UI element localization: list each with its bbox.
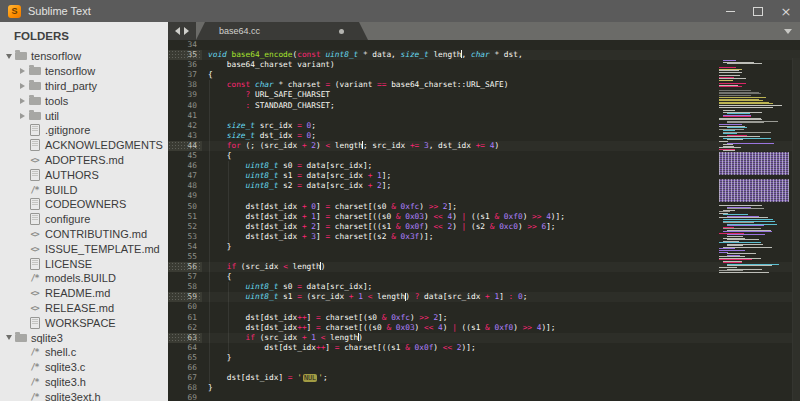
- sidebar-item-tools[interactable]: tools: [0, 93, 168, 108]
- chevron-down-icon[interactable]: [6, 54, 12, 59]
- code-line[interactable]: 34: [168, 40, 800, 50]
- code-line[interactable]: 60: [168, 302, 800, 312]
- sidebar-item-label: models.BUILD: [45, 272, 116, 284]
- sidebar-item-tensorflow[interactable]: tensorflow: [0, 49, 168, 64]
- minimap[interactable]: [717, 58, 793, 401]
- minimap-line: [719, 86, 742, 87]
- code-line[interactable]: 35void base64_encode(const uint8_t * dat…: [168, 50, 800, 60]
- code-text: {: [202, 151, 800, 161]
- code-line[interactable]: 53 dst[dst_idx + 3] = charset[(s2 & 0x3f…: [168, 232, 800, 242]
- window-controls: ×: [716, 0, 800, 22]
- sidebar-item-tensorflow[interactable]: tensorflow: [0, 64, 168, 79]
- sidebar-item-license[interactable]: LICENSE: [0, 256, 168, 271]
- tab-scroll-controls: [168, 22, 196, 40]
- line-number: 37: [168, 70, 202, 80]
- chevron-right-icon[interactable]: [20, 83, 25, 89]
- line-number: 53: [168, 232, 202, 242]
- code-line[interactable]: 65 }: [168, 353, 800, 363]
- code-line[interactable]: 63 if (src_idx + 1 < length): [168, 333, 800, 343]
- tab-base64cc[interactable]: base64.cc: [196, 22, 368, 40]
- sidebar-item-acknowledgments[interactable]: ACKNOWLEDGMENTS: [0, 138, 168, 153]
- sidebar-item-sqlite3ext-h[interactable]: /*sqlite3ext.h: [0, 389, 168, 401]
- sidebar-item-build[interactable]: /*BUILD: [0, 182, 168, 197]
- code-line[interactable]: 62 dst[dst_idx++] = charset[((s0 & 0x03)…: [168, 323, 800, 333]
- close-button[interactable]: ×: [772, 0, 800, 22]
- code-line[interactable]: 58 uint8_t s0 = data[src_idx];: [168, 282, 800, 292]
- indent-guide: [228, 161, 229, 242]
- chevron-right-icon[interactable]: [20, 113, 25, 119]
- sidebar-item-shell-c[interactable]: /*shell.c: [0, 345, 168, 360]
- vertical-scrollbar[interactable]: [792, 58, 800, 401]
- code-line[interactable]: 41: [168, 111, 800, 121]
- sidebar-item-codeowners[interactable]: CODEOWNERS: [0, 197, 168, 212]
- sidebar-item-label: CONTRIBUTING.md: [45, 228, 147, 240]
- code-line[interactable]: 54 }: [168, 242, 800, 252]
- tab-overflow-menu-icon[interactable]: [784, 29, 792, 34]
- code-line[interactable]: 64 dst[dst_idx++] = charset[((s1 & 0x0f)…: [168, 343, 800, 353]
- sidebar-item-sqlite3-h[interactable]: /*sqlite3.h: [0, 375, 168, 390]
- sidebar-item--gitignore[interactable]: .gitignore: [0, 123, 168, 138]
- minimap-line: [719, 107, 773, 108]
- code-line[interactable]: 47 uint8_t s1 = data[src_idx + 1];: [168, 171, 800, 181]
- code-line[interactable]: 68}: [168, 383, 800, 393]
- sidebar-item-label: LICENSE: [45, 258, 92, 270]
- code-line[interactable]: 39 ? URL_SAFE_CHARSET: [168, 90, 800, 100]
- sidebar-item-workspace[interactable]: WORKSPACE: [0, 315, 168, 330]
- sidebar-item-readme-md[interactable]: <>README.md: [0, 286, 168, 301]
- sidebar-item-util[interactable]: util: [0, 108, 168, 123]
- sidebar-item-sqlite3[interactable]: sqlite3: [0, 330, 168, 345]
- sidebar-item-label: sqlite3.c: [45, 361, 85, 373]
- sidebar-item-contributing-md[interactable]: <>CONTRIBUTING.md: [0, 227, 168, 242]
- folder-open-icon: [14, 334, 27, 342]
- code-line[interactable]: 67 dst[dst_idx] = 'NUL';: [168, 373, 800, 383]
- sidebar-item-label: tensorflow: [31, 50, 81, 62]
- code-text: uint8_t s0 = data[src_idx];: [202, 282, 800, 292]
- maximize-button[interactable]: [744, 0, 772, 22]
- file-icon: [28, 169, 41, 181]
- side-bar: FOLDERS tensorflowtensorflowthird_partyt…: [0, 22, 168, 401]
- line-number: 34: [168, 40, 202, 50]
- code-line[interactable]: 66: [168, 363, 800, 373]
- tab-scroll-right-icon[interactable]: [184, 27, 189, 35]
- sidebar-item-authors[interactable]: AUTHORS: [0, 167, 168, 182]
- code-line[interactable]: 59 uint8_t s1 = (src_idx + 1 < length) ?…: [168, 292, 800, 302]
- code-line[interactable]: 48 uint8_t s2 = data[src_idx + 2];: [168, 181, 800, 191]
- sidebar-item-release-md[interactable]: <>RELEASE.md: [0, 301, 168, 316]
- code-line[interactable]: 36 base64_charset variant): [168, 60, 800, 70]
- code-line[interactable]: 69: [168, 393, 800, 401]
- chevron-right-icon[interactable]: [20, 98, 25, 104]
- chevron-down-icon[interactable]: [6, 335, 12, 340]
- sidebar-item-third-party[interactable]: third_party: [0, 79, 168, 94]
- code-line[interactable]: 46 uint8_t s0 = data[src_idx];: [168, 161, 800, 171]
- code-line[interactable]: 40 : STANDARD_CHARSET;: [168, 101, 800, 111]
- code-line[interactable]: 49: [168, 191, 800, 201]
- sidebar-item-sqlite3-c[interactable]: /*sqlite3.c: [0, 360, 168, 375]
- code-text: [202, 393, 800, 401]
- code-line[interactable]: 52 dst[dst_idx + 2] = charset[((s1 & 0x0…: [168, 222, 800, 232]
- title-bar: S Sublime Text ×: [0, 0, 800, 22]
- code-line[interactable]: 45 {: [168, 151, 800, 161]
- code-line[interactable]: 38 const char * charset = (variant == ba…: [168, 80, 800, 90]
- code-line[interactable]: 56 if (src_idx < length): [168, 262, 800, 272]
- code-line[interactable]: 42 size_t src_idx = 0;: [168, 121, 800, 131]
- file-icon: [28, 198, 41, 210]
- code-line[interactable]: 43 size_t dst_idx = 0;: [168, 131, 800, 141]
- code-view[interactable]: 3435void base64_encode(const uint8_t * d…: [168, 40, 800, 401]
- minimize-button[interactable]: [716, 0, 744, 22]
- code-line[interactable]: 51 dst[dst_idx + 1] = charset[((s0 & 0x0…: [168, 212, 800, 222]
- tab-scroll-left-icon[interactable]: [175, 27, 180, 35]
- sidebar-item-issue-template-md[interactable]: <>ISSUE_TEMPLATE.md: [0, 241, 168, 256]
- code-line[interactable]: 37{: [168, 70, 800, 80]
- line-number: 48: [168, 181, 202, 191]
- chevron-right-icon[interactable]: [20, 68, 25, 74]
- sidebar-item-models-build[interactable]: /*models.BUILD: [0, 271, 168, 286]
- code-line[interactable]: 55: [168, 252, 800, 262]
- line-number: 52: [168, 222, 202, 232]
- sidebar-item-configure[interactable]: configure: [0, 212, 168, 227]
- code-line[interactable]: 44 for (; (src_idx + 2) < length; src_id…: [168, 141, 800, 151]
- code-line[interactable]: 50 dst[dst_idx + 0] = charset[(s0 & 0xfc…: [168, 202, 800, 212]
- minimap-line: [727, 143, 774, 144]
- sidebar-item-adopters-md[interactable]: <>ADOPTERS.md: [0, 153, 168, 168]
- code-line[interactable]: 61 dst[dst_idx++] = charset[(s0 & 0xfc) …: [168, 313, 800, 323]
- code-line[interactable]: 57 {: [168, 272, 800, 282]
